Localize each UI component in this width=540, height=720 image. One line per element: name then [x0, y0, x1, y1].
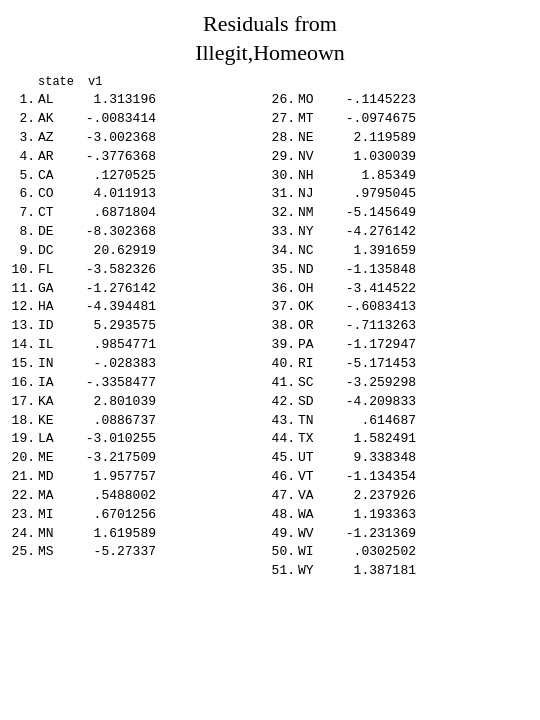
- row-value: .6701256: [74, 506, 156, 525]
- table-row: 15. IN -.028383: [10, 355, 270, 374]
- table-row: 45. UT 9.338348: [270, 449, 530, 468]
- page: Residuals from Illegit,Homeown state v1 …: [0, 0, 540, 720]
- row-value: .0302502: [334, 543, 416, 562]
- row-state: MD: [38, 468, 74, 487]
- table-row: 23. MI .6701256: [10, 506, 270, 525]
- row-value: 1.313196: [74, 91, 156, 110]
- row-state: VT: [298, 468, 334, 487]
- row-value: .1270525: [74, 167, 156, 186]
- table-row: 16. IA -.3358477: [10, 374, 270, 393]
- table-row: 5. CA .1270525: [10, 167, 270, 186]
- row-value: 1.957757: [74, 468, 156, 487]
- row-state: NY: [298, 223, 334, 242]
- table-row: 51. WY 1.387181: [270, 562, 530, 581]
- row-number: 42.: [270, 393, 298, 412]
- table-row: 47. VA 2.237926: [270, 487, 530, 506]
- row-number: 32.: [270, 204, 298, 223]
- row-value: -.6083413: [334, 298, 416, 317]
- row-state: NJ: [298, 185, 334, 204]
- row-state: OK: [298, 298, 334, 317]
- row-value: -5.171453: [334, 355, 416, 374]
- table-row: 40. RI -5.171453: [270, 355, 530, 374]
- row-number: 44.: [270, 430, 298, 449]
- row-number: 13.: [10, 317, 38, 336]
- row-number: 35.: [270, 261, 298, 280]
- table-row: 37. OK -.6083413: [270, 298, 530, 317]
- row-number: 40.: [270, 355, 298, 374]
- row-value: 20.62919: [74, 242, 156, 261]
- row-number: 39.: [270, 336, 298, 355]
- row-number: 45.: [270, 449, 298, 468]
- row-state: LA: [38, 430, 74, 449]
- row-value: -.0083414: [74, 110, 156, 129]
- row-state: CA: [38, 167, 74, 186]
- table-row: 38. OR -.7113263: [270, 317, 530, 336]
- row-value: 1.391659: [334, 242, 416, 261]
- row-state: AK: [38, 110, 74, 129]
- table-row: 17. KA 2.801039: [10, 393, 270, 412]
- row-state: WY: [298, 562, 334, 581]
- table-row: 24. MN 1.619589: [10, 525, 270, 544]
- table-row: 44. TX 1.582491: [270, 430, 530, 449]
- row-number: 43.: [270, 412, 298, 431]
- row-state: CT: [38, 204, 74, 223]
- row-number: 30.: [270, 167, 298, 186]
- table-row: 34. NC 1.391659: [270, 242, 530, 261]
- row-value: -3.259298: [334, 374, 416, 393]
- row-state: TX: [298, 430, 334, 449]
- row-state: MS: [38, 543, 74, 562]
- table-row: 43. TN .614687: [270, 412, 530, 431]
- row-state: ME: [38, 449, 74, 468]
- table-row: 9. DC 20.62919: [10, 242, 270, 261]
- row-state: DC: [38, 242, 74, 261]
- table-row: 19. LA -3.010255: [10, 430, 270, 449]
- row-value: .6871804: [74, 204, 156, 223]
- row-state: NH: [298, 167, 334, 186]
- row-value: -1.134354: [334, 468, 416, 487]
- row-number: 5.: [10, 167, 38, 186]
- row-value: -4.276142: [334, 223, 416, 242]
- row-value: -4.394481: [74, 298, 156, 317]
- row-state: NM: [298, 204, 334, 223]
- row-state: ID: [38, 317, 74, 336]
- row-state: MN: [38, 525, 74, 544]
- row-state: MO: [298, 91, 334, 110]
- row-value: -.3358477: [74, 374, 156, 393]
- row-state: MA: [38, 487, 74, 506]
- table-row: 21. MD 1.957757: [10, 468, 270, 487]
- row-number: 38.: [270, 317, 298, 336]
- table-row: 8. DE -8.302368: [10, 223, 270, 242]
- row-value: -.7113263: [334, 317, 416, 336]
- table-row: 1. AL 1.313196: [10, 91, 270, 110]
- row-state: WI: [298, 543, 334, 562]
- row-state: VA: [298, 487, 334, 506]
- row-state: KA: [38, 393, 74, 412]
- row-state: GA: [38, 280, 74, 299]
- row-value: 1.85349: [334, 167, 416, 186]
- row-number: 11.: [10, 280, 38, 299]
- row-value: -5.27337: [74, 543, 156, 562]
- row-state: AZ: [38, 129, 74, 148]
- table-row: 7. CT .6871804: [10, 204, 270, 223]
- left-column: state v1 1. AL 1.313196 2. AK -.0083414 …: [10, 75, 270, 581]
- table-row: 42. SD -4.209833: [270, 393, 530, 412]
- table-row: 29. NV 1.030039: [270, 148, 530, 167]
- row-number: 46.: [270, 468, 298, 487]
- row-value: -3.582326: [74, 261, 156, 280]
- table-row: 32. NM -5.145649: [270, 204, 530, 223]
- row-number: 51.: [270, 562, 298, 581]
- table-row: 10. FL -3.582326: [10, 261, 270, 280]
- row-state: AR: [38, 148, 74, 167]
- row-state: IA: [38, 374, 74, 393]
- right-column: state v1 26. MO -.1145223 27. MT -.09746…: [270, 75, 530, 581]
- row-state: MT: [298, 110, 334, 129]
- row-number: 28.: [270, 129, 298, 148]
- row-value: -3.010255: [74, 430, 156, 449]
- row-number: 8.: [10, 223, 38, 242]
- table-row: 49. WV -1.231369: [270, 525, 530, 544]
- table-row: 18. KE .0886737: [10, 412, 270, 431]
- table-row: 22. MA .5488002: [10, 487, 270, 506]
- table-row: 50. WI .0302502: [270, 543, 530, 562]
- row-value: -1.276142: [74, 280, 156, 299]
- row-state: KE: [38, 412, 74, 431]
